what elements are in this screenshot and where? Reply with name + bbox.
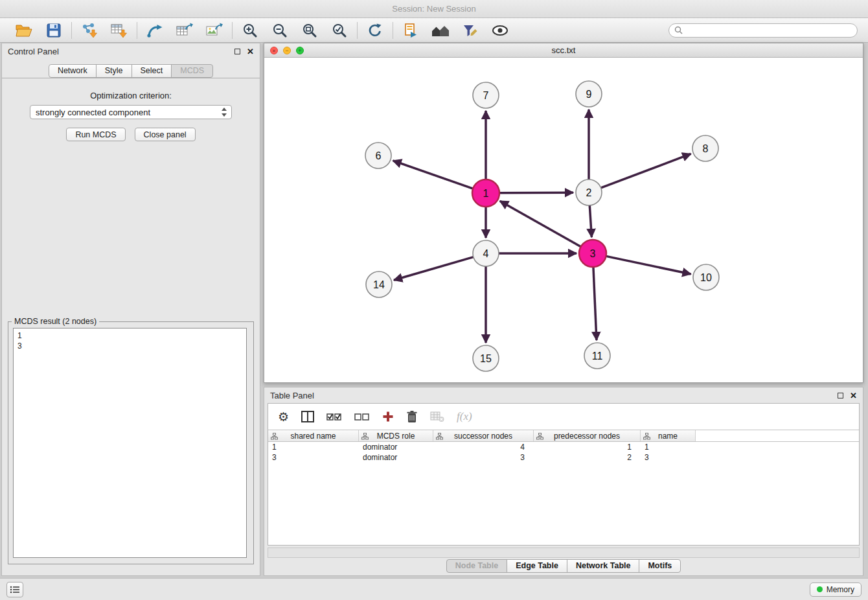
refresh-icon[interactable] xyxy=(365,21,385,40)
traffic-lights xyxy=(270,47,304,54)
network-graph[interactable]: 7968124314101511 xyxy=(264,58,863,382)
tab-network-table[interactable]: Network Table xyxy=(567,559,640,573)
cell-name[interactable]: 3 xyxy=(641,452,696,463)
import-network-icon[interactable] xyxy=(80,21,99,40)
network-window-titlebar[interactable]: scc.txt xyxy=(264,43,863,58)
mcds-result-text[interactable]: 1 3 xyxy=(13,328,247,558)
run-mcds-button[interactable]: Run MCDS xyxy=(66,128,125,141)
graph-node-15[interactable]: 15 xyxy=(473,345,499,371)
edge-1-to-2[interactable] xyxy=(499,192,573,193)
cell-predecessor-nodes[interactable]: 1 xyxy=(534,442,641,452)
control-panel-tabs: Network Style Select MCDS xyxy=(2,59,260,78)
attribute-icon xyxy=(536,433,543,440)
table-panel: Table Panel ⚙ xyxy=(264,387,863,576)
graph-node-8[interactable]: 8 xyxy=(692,135,718,161)
zoom-in-icon[interactable] xyxy=(240,21,260,40)
zoom-fit-icon[interactable] xyxy=(300,21,319,40)
cell-mcds-role[interactable]: dominator xyxy=(359,452,433,463)
graph-node-11[interactable]: 11 xyxy=(584,343,610,369)
graph-node-1[interactable]: 1 xyxy=(472,179,499,207)
maximize-window-icon[interactable] xyxy=(296,47,304,54)
table-row[interactable]: 1 dominator 4 1 1 xyxy=(268,442,859,452)
tab-node-table[interactable]: Node Table xyxy=(446,559,507,573)
edge-2-to-3[interactable] xyxy=(589,205,591,237)
network-canvas[interactable]: 7968124314101511 xyxy=(264,58,863,382)
graph-node-10[interactable]: 10 xyxy=(693,264,719,290)
graph-node-7[interactable]: 7 xyxy=(473,82,499,108)
float-window-icon[interactable] xyxy=(838,393,843,398)
add-column-icon[interactable] xyxy=(382,411,394,422)
houses-icon[interactable] xyxy=(431,21,450,40)
node-label: 7 xyxy=(483,90,489,101)
save-session-icon[interactable] xyxy=(44,21,63,40)
duplicate-network-icon[interactable] xyxy=(401,21,420,40)
mcds-result-group: MCDS result (2 nodes) 1 3 xyxy=(8,321,254,564)
cell-shared-name[interactable]: 1 xyxy=(268,442,359,452)
edge-4-to-14[interactable] xyxy=(394,257,474,281)
cell-predecessor-nodes[interactable]: 2 xyxy=(534,452,641,463)
close-window-icon[interactable] xyxy=(270,47,278,54)
graph-node-3[interactable]: 3 xyxy=(579,240,606,267)
cell-name[interactable]: 1 xyxy=(641,442,696,452)
eye-icon[interactable] xyxy=(490,21,510,40)
delete-table-icon xyxy=(430,411,444,422)
select-all-rows-icon[interactable] xyxy=(326,411,342,422)
show-columns-icon[interactable] xyxy=(301,411,314,422)
close-panel-icon[interactable] xyxy=(850,391,857,400)
export-network-icon[interactable] xyxy=(145,21,165,40)
tab-mcds[interactable]: MCDS xyxy=(171,64,213,78)
edge-3-to-1[interactable] xyxy=(500,201,581,246)
tab-select[interactable]: Select xyxy=(131,64,172,78)
memory-label: Memory xyxy=(827,585,854,594)
tab-motifs[interactable]: Motifs xyxy=(639,559,681,573)
column-header-predecessor-nodes[interactable]: predecessor nodes xyxy=(534,430,641,441)
import-table-icon[interactable] xyxy=(109,21,129,40)
table-row[interactable]: 3 dominator 3 2 3 xyxy=(268,452,859,463)
edge-3-to-11[interactable] xyxy=(593,267,597,340)
search-field[interactable] xyxy=(668,23,858,38)
tab-edge-table[interactable]: Edge Table xyxy=(507,559,567,573)
deselect-all-rows-icon[interactable] xyxy=(354,411,370,422)
graph-node-6[interactable]: 6 xyxy=(365,143,391,168)
export-table-icon[interactable] xyxy=(175,21,194,40)
close-panel-icon[interactable] xyxy=(247,47,254,56)
search-input[interactable] xyxy=(686,26,852,35)
cell-successor-nodes[interactable]: 3 xyxy=(433,452,534,463)
cell-mcds-role[interactable]: dominator xyxy=(359,442,433,452)
edge-3-to-10[interactable] xyxy=(606,256,691,274)
open-file-icon[interactable] xyxy=(14,21,34,40)
graph-node-14[interactable]: 14 xyxy=(366,271,392,297)
graph-node-9[interactable]: 9 xyxy=(576,81,602,107)
node-label: 11 xyxy=(592,351,603,362)
task-history-button[interactable] xyxy=(6,582,23,597)
function-builder-icon: f(x) xyxy=(457,410,472,423)
table-settings-gear-icon[interactable]: ⚙ xyxy=(278,411,289,423)
graph-node-4[interactable]: 4 xyxy=(473,240,499,266)
edge-1-to-6[interactable] xyxy=(393,161,474,189)
tab-style[interactable]: Style xyxy=(96,64,132,78)
cell-shared-name[interactable]: 3 xyxy=(268,452,359,463)
delete-column-icon[interactable] xyxy=(406,410,418,423)
memory-button[interactable]: Memory xyxy=(810,583,862,597)
edge-2-to-8[interactable] xyxy=(601,154,691,187)
close-panel-button[interactable]: Close panel xyxy=(135,128,196,141)
column-header-successor-nodes[interactable]: successor nodes xyxy=(433,430,534,441)
table-panel-title: Table Panel xyxy=(270,391,314,400)
criterion-select[interactable]: strongly connected component xyxy=(30,105,232,119)
zoom-out-icon[interactable] xyxy=(270,21,290,40)
zoom-selected-icon[interactable] xyxy=(330,21,349,40)
filter-icon[interactable] xyxy=(461,21,480,40)
tab-network[interactable]: Network xyxy=(49,64,97,78)
column-header-shared-name[interactable]: shared name xyxy=(268,430,359,441)
mcds-result-line: 1 xyxy=(17,330,242,341)
attribute-icon xyxy=(271,433,278,440)
cell-successor-nodes[interactable]: 4 xyxy=(433,442,534,452)
float-window-icon[interactable] xyxy=(234,49,240,54)
node-table-area: ⚙ xyxy=(268,403,860,546)
column-header-mcds-role[interactable]: MCDS role xyxy=(359,430,433,441)
horizontal-scrollbar[interactable] xyxy=(268,548,860,558)
minimize-window-icon[interactable] xyxy=(283,47,291,54)
graph-node-2[interactable]: 2 xyxy=(576,179,602,205)
export-image-icon[interactable] xyxy=(205,21,224,40)
column-header-name[interactable]: name xyxy=(641,430,696,441)
